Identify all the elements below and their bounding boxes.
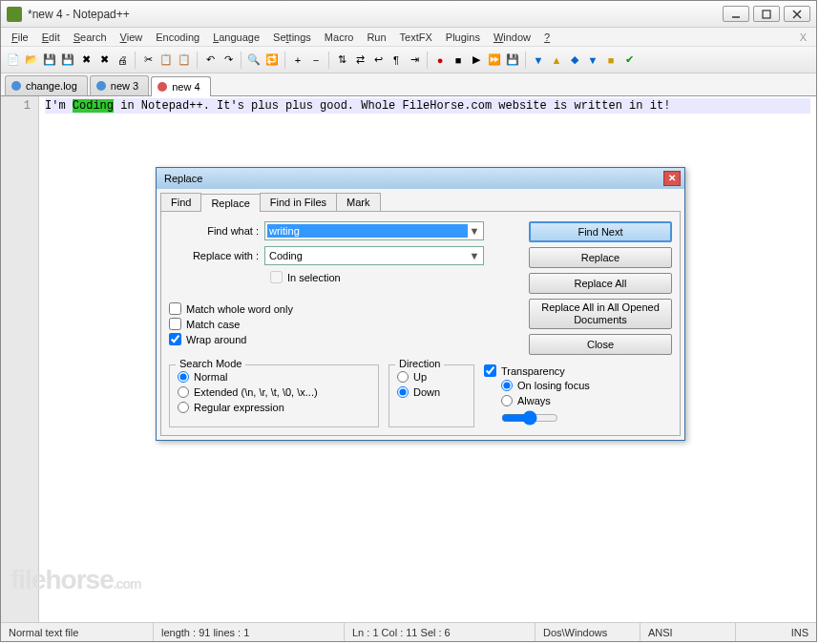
zoom-in-icon[interactable]: + (289, 52, 306, 69)
paste-icon[interactable]: 📋 (176, 52, 193, 69)
replace-button[interactable]: Replace (529, 247, 672, 268)
menu-run[interactable]: Run (360, 30, 392, 45)
open-file-icon[interactable]: 📂 (23, 52, 40, 69)
find-icon[interactable]: 🔍 (245, 52, 262, 69)
close-button[interactable]: Close (529, 334, 672, 355)
save-macro-icon[interactable]: 💾 (504, 52, 521, 69)
menu-help[interactable]: ? (537, 30, 556, 45)
menubar: File Edit Search View Encoding Language … (1, 28, 816, 47)
in-selection-label: In selection (287, 272, 341, 283)
whole-word-label: Match whole word only (186, 303, 293, 315)
sync-h-icon[interactable]: ⇄ (351, 52, 368, 69)
search-mode-regex-radio[interactable] (178, 402, 189, 413)
menu-settings[interactable]: Settings (266, 30, 318, 45)
code-text: in Notepad++. It's plus plus good. Whole… (114, 99, 670, 113)
menu-encoding[interactable]: Encoding (149, 30, 206, 45)
dialog-titlebar[interactable]: Replace ✕ (157, 168, 684, 189)
replace-with-combo[interactable]: ▼ (264, 246, 484, 265)
window-title: *new 4 - Notepad++ (28, 8, 723, 21)
new-file-icon[interactable]: 📄 (5, 52, 22, 69)
search-highlight: Coding (73, 99, 114, 113)
record-icon[interactable]: ● (431, 52, 449, 69)
transparency-always-radio[interactable] (501, 395, 513, 406)
save-all-icon[interactable]: 💾 (59, 52, 76, 69)
print-icon[interactable]: 🖨 (114, 52, 131, 69)
match-case-checkbox[interactable] (169, 318, 181, 330)
dialog-tab-find[interactable]: Find (160, 193, 201, 211)
tool3-icon[interactable]: ◆ (566, 52, 583, 69)
search-mode-group: Search Mode Normal Extended (\n, \r, \t,… (169, 364, 379, 427)
show-all-icon[interactable]: ¶ (388, 52, 405, 69)
search-mode-normal-radio[interactable] (178, 371, 189, 383)
in-selection-checkbox[interactable] (270, 271, 283, 283)
close-all-icon[interactable]: ✖ (95, 52, 113, 69)
save-indicator-icon (96, 81, 106, 91)
find-what-combo[interactable]: ▼ (264, 221, 484, 240)
status-position: Ln : 1 Col : 11 Sel : 6 (345, 623, 536, 641)
dialog-title: Replace (160, 173, 663, 184)
cut-icon[interactable]: ✂ (139, 52, 157, 69)
copy-icon[interactable]: 📋 (158, 52, 175, 69)
tool5-icon[interactable]: ■ (602, 52, 620, 69)
spellcheck-icon[interactable]: ✔ (620, 52, 638, 69)
dialog-tab-mark[interactable]: Mark (336, 193, 380, 211)
stop-icon[interactable]: ■ (450, 52, 467, 69)
replace-dialog[interactable]: Replace ✕ Find Replace Find in Files Mar… (156, 167, 685, 441)
play-icon[interactable]: ▶ (468, 52, 485, 69)
menu-file[interactable]: File (5, 30, 35, 45)
dropdown-icon[interactable]: ▼ (468, 225, 481, 237)
menu-textfx[interactable]: TextFX (393, 30, 439, 45)
menu-macro[interactable]: Macro (318, 30, 361, 45)
tool1-icon[interactable]: ▼ (530, 52, 547, 69)
tool2-icon[interactable]: ▲ (548, 52, 565, 69)
direction-up-radio[interactable] (397, 371, 409, 383)
undo-icon[interactable]: ↶ (201, 52, 219, 69)
direction-down-radio[interactable] (397, 386, 409, 398)
menu-window[interactable]: Window (487, 30, 537, 45)
replace-all-opened-button[interactable]: Replace All in All Opened Documents (529, 299, 672, 329)
dropdown-icon[interactable]: ▼ (468, 250, 481, 261)
dialog-close-button[interactable]: ✕ (663, 171, 681, 186)
dialog-tab-replace[interactable]: Replace (200, 194, 260, 212)
menu-edit[interactable]: Edit (35, 30, 67, 45)
close-button[interactable] (784, 6, 810, 22)
sync-v-icon[interactable]: ⇅ (333, 52, 350, 69)
wrap-icon[interactable]: ↩ (369, 52, 387, 69)
menubar-close-icon[interactable]: X (794, 31, 812, 43)
tab-new-4[interactable]: new 4 (151, 76, 210, 96)
play-multi-icon[interactable]: ⏩ (486, 52, 503, 69)
app-icon (7, 7, 22, 22)
replace-icon[interactable]: 🔁 (263, 52, 281, 69)
find-next-button[interactable]: Find Next (529, 221, 672, 242)
transparency-slider[interactable] (501, 410, 558, 426)
menu-plugins[interactable]: Plugins (439, 30, 487, 45)
replace-with-input[interactable] (267, 249, 468, 262)
maximize-button[interactable] (753, 6, 780, 22)
minimize-button[interactable] (723, 6, 749, 22)
line-number: 1 (1, 98, 38, 114)
transparency-checkbox[interactable] (484, 364, 496, 377)
save-indicator-icon (11, 81, 21, 91)
menu-view[interactable]: View (114, 30, 150, 45)
status-length: length : 91 lines : 1 (154, 623, 345, 641)
dialog-tab-find-in-files[interactable]: Find in Files (260, 193, 337, 211)
whole-word-checkbox[interactable] (169, 302, 181, 315)
replace-all-button[interactable]: Replace All (529, 273, 672, 294)
redo-icon[interactable]: ↷ (220, 52, 237, 69)
tab-new-3[interactable]: new 3 (90, 75, 149, 95)
save-icon[interactable]: 💾 (41, 52, 58, 69)
close-file-icon[interactable]: ✖ (77, 52, 94, 69)
wrap-around-checkbox[interactable] (169, 333, 181, 345)
document-tabs: change.log new 3 new 4 (1, 73, 816, 96)
zoom-out-icon[interactable]: − (307, 52, 325, 69)
tab-change-log[interactable]: change.log (5, 75, 88, 95)
tool4-icon[interactable]: ▼ (584, 52, 601, 69)
search-mode-extended-radio[interactable] (178, 386, 189, 398)
line-gutter: 1 (1, 96, 39, 622)
indent-icon[interactable]: ⇥ (406, 52, 423, 69)
transparency-on-losing-radio[interactable] (501, 380, 513, 391)
menu-search[interactable]: Search (67, 30, 114, 45)
menu-language[interactable]: Language (206, 30, 266, 45)
titlebar[interactable]: *new 4 - Notepad++ (1, 1, 816, 28)
find-what-input[interactable] (267, 224, 468, 238)
